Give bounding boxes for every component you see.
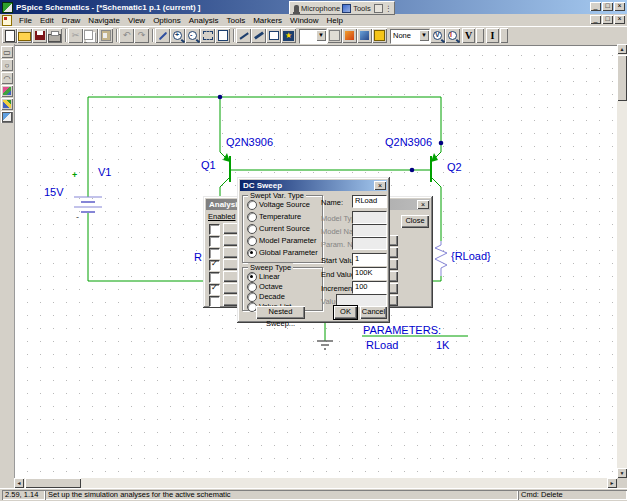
scroll-up-icon[interactable]: ▲: [617, 44, 627, 54]
language-bar-options-icon[interactable]: ⋮: [385, 4, 393, 13]
menu-markers[interactable]: Markers: [249, 16, 286, 25]
analysis-checkbox-1[interactable]: [209, 224, 220, 235]
horizontal-scrollbar[interactable]: ◄ ►: [14, 478, 617, 488]
parameter-name-label[interactable]: RLoad: [366, 339, 398, 351]
q2-ref-label[interactable]: Q2: [447, 161, 462, 173]
parameters-title-label[interactable]: PARAMETERS:: [363, 324, 441, 336]
part-name-combo[interactable]: ▼: [299, 29, 327, 44]
zoom-out-button[interactable]: -: [185, 28, 200, 43]
insert-picture-tool[interactable]: [1, 98, 13, 110]
combo-dropdown-icon[interactable]: ▼: [419, 30, 429, 41]
radio-octave-label[interactable]: Octave: [259, 282, 283, 291]
vertical-scroll-thumb[interactable]: [617, 55, 627, 101]
scroll-left-icon[interactable]: ◄: [14, 478, 24, 488]
radio-octave[interactable]: [247, 282, 257, 292]
tools-label[interactable]: Tools: [353, 4, 371, 13]
edit-attributes-button[interactable]: [327, 28, 342, 43]
save-button[interactable]: [32, 28, 47, 43]
radio-voltage-source-label[interactable]: Voltage Source: [259, 200, 310, 209]
insert-symbol-tool[interactable]: [1, 111, 13, 123]
paste-button[interactable]: [98, 28, 113, 43]
open-button[interactable]: [17, 28, 32, 43]
menu-analysis[interactable]: Analysis: [185, 16, 223, 25]
child-close-button[interactable]: ×: [614, 15, 625, 24]
dc-sweep-title-bar[interactable]: DC Sweep ×: [240, 180, 387, 191]
redraw-button[interactable]: [155, 28, 170, 43]
radio-model-parameter-label[interactable]: Model Parameter: [259, 236, 317, 245]
scroll-right-icon[interactable]: ►: [607, 478, 617, 488]
menu-navigate[interactable]: Navigate: [84, 16, 124, 25]
restore-button[interactable]: □: [602, 2, 613, 11]
setup-analysis-button[interactable]: [357, 28, 372, 43]
copy-button[interactable]: [83, 28, 98, 43]
document-icon[interactable]: [2, 15, 12, 26]
zoom-in-button[interactable]: +: [170, 28, 185, 43]
analysis-checkbox-5[interactable]: [209, 272, 220, 283]
radio-linear-label[interactable]: Linear: [259, 272, 280, 281]
draw-ellipse-tool[interactable]: ○: [1, 59, 13, 71]
analysis-checkbox-4-checked[interactable]: [209, 260, 220, 271]
vertical-scrollbar[interactable]: ▲ ▼: [617, 44, 627, 478]
ok-button[interactable]: OK: [334, 306, 357, 319]
v1-ref-label[interactable]: V1: [98, 166, 111, 178]
cancel-button[interactable]: Cancel: [360, 306, 387, 319]
q1-value-label[interactable]: Q2N3906: [226, 136, 273, 148]
voltage-marker-button[interactable]: V: [430, 28, 445, 43]
end-value-field[interactable]: 100K: [352, 267, 387, 280]
q2-value-label[interactable]: Q2N3906: [385, 136, 432, 148]
name-field[interactable]: RLoad: [352, 195, 387, 208]
draw-rectangle-tool[interactable]: ▭: [1, 46, 13, 58]
analysis-checkbox-3[interactable]: [209, 248, 220, 259]
new-button[interactable]: [2, 28, 17, 43]
bias-voltage-display-button[interactable]: V: [462, 28, 475, 43]
menu-view[interactable]: View: [124, 16, 149, 25]
bias-current-toggle-button[interactable]: [500, 28, 508, 43]
menu-help[interactable]: Help: [323, 16, 347, 25]
menu-draw[interactable]: Draw: [58, 16, 85, 25]
combo-dropdown-icon[interactable]: ▼: [316, 30, 326, 41]
zoom-area-button[interactable]: [200, 28, 215, 43]
radio-temperature[interactable]: [247, 212, 257, 222]
child-restore-button[interactable]: □: [602, 15, 613, 24]
menu-tools[interactable]: Tools: [223, 16, 250, 25]
rload-value-label[interactable]: {RLoad}: [451, 250, 491, 262]
analysis-checkbox-2[interactable]: [209, 236, 220, 247]
cut-button[interactable]: ✂: [68, 28, 83, 43]
radio-temperature-label[interactable]: Temperature: [259, 212, 301, 221]
language-bar[interactable]: Microphone Tools ⋮: [289, 1, 395, 15]
edit-symbol-button[interactable]: [342, 28, 357, 43]
language-bar-minimize-icon[interactable]: [374, 4, 383, 13]
text-tool[interactable]: [1, 85, 13, 97]
radio-voltage-source[interactable]: [247, 200, 257, 210]
radio-global-parameter-label[interactable]: Global Parameter: [259, 248, 318, 257]
q1-ref-label[interactable]: Q1: [201, 159, 216, 171]
menu-options[interactable]: Options: [149, 16, 185, 25]
microphone-label[interactable]: Microphone: [301, 4, 340, 13]
dc-sweep-close-icon[interactable]: ×: [374, 181, 386, 190]
horizontal-scroll-thumb[interactable]: [25, 478, 81, 488]
menu-file[interactable]: File: [15, 16, 36, 25]
menu-edit[interactable]: Edit: [36, 16, 58, 25]
radio-global-parameter-selected[interactable]: [247, 248, 257, 258]
get-new-part-button[interactable]: ★: [281, 28, 296, 43]
print-button[interactable]: [47, 28, 62, 43]
analysis-setup-close-icon[interactable]: ×: [417, 200, 429, 209]
start-value-field[interactable]: 1: [352, 253, 387, 266]
increment-field[interactable]: 100: [352, 281, 387, 294]
bias-voltage-toggle-button[interactable]: [476, 28, 484, 43]
analysis-checkbox-6-checked[interactable]: [209, 284, 220, 295]
nested-sweep-button[interactable]: Nested Sweep...: [256, 306, 305, 319]
zoom-fit-page-button[interactable]: [215, 28, 230, 43]
current-marker-button[interactable]: I: [445, 28, 460, 43]
close-button[interactable]: ×: [614, 2, 625, 11]
scroll-down-icon[interactable]: ▼: [617, 468, 627, 478]
bias-current-display-button[interactable]: I: [486, 28, 499, 43]
radio-decade-label[interactable]: Decade: [259, 292, 285, 301]
draw-block-button[interactable]: [266, 28, 281, 43]
analysis-close-button[interactable]: Close: [401, 215, 429, 228]
parameter-value-label[interactable]: 1K: [436, 339, 449, 351]
simulate-button[interactable]: [372, 28, 387, 43]
draw-wire-button[interactable]: [236, 28, 251, 43]
radio-linear-selected[interactable]: [247, 272, 257, 282]
r-ref-label[interactable]: R: [194, 251, 202, 263]
